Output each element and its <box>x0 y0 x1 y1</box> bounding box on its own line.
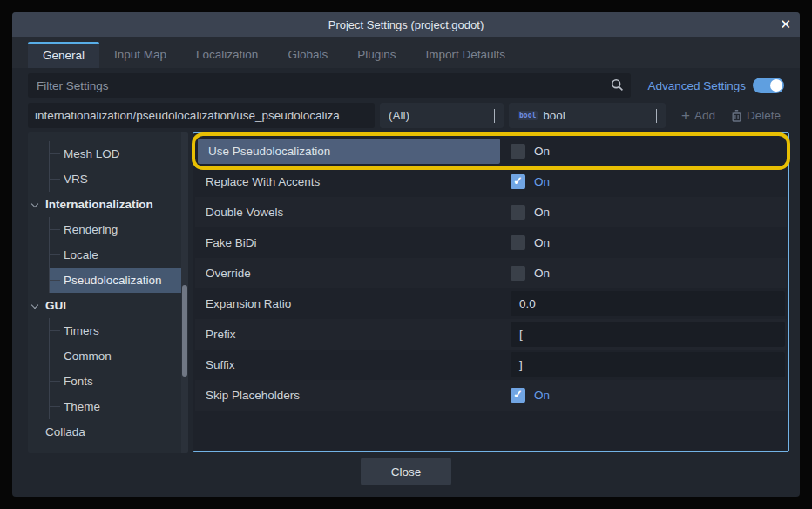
setting-value: On <box>500 258 787 288</box>
setting-row-double-vowels[interactable]: Double Vowels On <box>195 197 787 227</box>
filter-settings-box <box>28 73 631 98</box>
setting-row-fake-bidi[interactable]: Fake BiDi On <box>195 227 787 258</box>
sidebar-item-label: Internationalization <box>45 198 153 211</box>
advanced-settings-wrap: Advanced Settings <box>647 78 784 93</box>
close-button[interactable]: Close <box>361 458 451 485</box>
setting-value: On <box>500 227 787 258</box>
setting-label: Double Vowels <box>195 206 500 219</box>
filter-settings-input[interactable] <box>28 73 631 98</box>
tab-input-map[interactable]: Input Map <box>99 42 181 68</box>
setting-value: [ <box>500 319 787 350</box>
setting-label: Replace With Accents <box>195 175 500 188</box>
sidebar-item-vrs[interactable]: VRS <box>50 166 181 192</box>
tab-localization[interactable]: Localization <box>181 42 273 68</box>
advanced-settings-toggle[interactable] <box>753 78 784 93</box>
chevron-down-icon <box>494 109 495 122</box>
advanced-settings-label: Advanced Settings <box>647 79 746 92</box>
sidebar-item-common[interactable]: Common <box>50 343 181 369</box>
tab-import-defaults[interactable]: Import Defaults <box>410 42 520 68</box>
setting-label: Suffix <box>195 358 500 371</box>
sidebar-scrollbar-thumb[interactable] <box>182 285 187 377</box>
setting-label: Skip Placeholders <box>195 389 500 402</box>
setting-value: ] <box>500 350 787 380</box>
checkbox-unchecked[interactable] <box>511 266 525 281</box>
settings-panel: Use Pseudolocalization On Replace With A… <box>193 132 789 452</box>
setting-row-expansion-ratio[interactable]: Expansion Ratio 0.0 <box>195 288 787 319</box>
add-button[interactable]: + Add <box>681 109 715 122</box>
setting-row-use-pseudolocalization[interactable]: Use Pseudolocalization On <box>195 136 787 166</box>
feature-filter-dropdown[interactable]: (All) <box>380 103 504 128</box>
text-field[interactable]: [ <box>511 322 785 347</box>
sidebar-item-pseudolocalization[interactable]: Pseudolocalization <box>50 268 181 293</box>
checkbox-label: On <box>534 206 550 219</box>
setting-row-prefix[interactable]: Prefix [ <box>195 319 787 350</box>
bool-type-icon: bool <box>518 111 538 120</box>
setting-label: Fake BiDi <box>195 236 500 249</box>
checkbox-label: On <box>534 236 550 249</box>
sidebar-item-fonts[interactable]: Fonts <box>50 369 181 394</box>
chevron-down-icon <box>31 302 38 309</box>
type-filter-value: bool <box>543 109 565 122</box>
sidebar-item-rendering[interactable]: Rendering <box>50 217 181 242</box>
screen: Project Settings (project.godot) ✕ Gener… <box>0 0 812 509</box>
setting-row-replace-with-accents[interactable]: Replace With Accents On <box>195 166 787 197</box>
sidebar-item-mesh-lod[interactable]: Mesh LOD <box>50 141 181 166</box>
tab-general[interactable]: General <box>28 42 99 68</box>
text-field[interactable]: ] <box>511 352 785 377</box>
search-icon <box>611 78 624 92</box>
setting-label: Prefix <box>195 328 500 341</box>
number-field[interactable]: 0.0 <box>511 291 785 316</box>
tab-plugins[interactable]: Plugins <box>342 42 410 68</box>
delete-button[interactable]: Delete <box>731 109 781 122</box>
feature-filter-value: (All) <box>389 109 409 122</box>
checkbox-unchecked[interactable] <box>511 235 525 250</box>
checkbox-checked[interactable] <box>511 388 525 403</box>
setting-label: Override <box>195 267 500 280</box>
checkbox-label: On <box>534 389 550 402</box>
add-button-label: Add <box>694 109 715 122</box>
tree-children-group: Rendering Locale Pseudolocalization <box>49 217 181 293</box>
tree-children-group: Mesh LOD VRS <box>49 141 181 192</box>
tree-children-group: Timers Common Fonts Theme <box>49 318 181 419</box>
tree-items: Mesh LOD VRS Internationalization Render… <box>28 141 181 445</box>
delete-button-label: Delete <box>747 109 781 122</box>
checkbox-unchecked[interactable] <box>511 205 525 220</box>
checkbox-unchecked[interactable] <box>511 144 525 159</box>
property-bar: (All) bool bool + Add <box>28 103 784 128</box>
setting-row-suffix[interactable]: Suffix ] <box>195 350 787 380</box>
sidebar-scrollbar-track[interactable] <box>181 132 188 453</box>
plus-icon: + <box>681 109 690 122</box>
sidebar-item-label: GUI <box>45 299 66 312</box>
setting-label: Expansion Ratio <box>195 297 500 310</box>
sidebar-item-locale[interactable]: Locale <box>50 242 181 268</box>
dialog-title: Project Settings (project.godot) <box>328 18 484 31</box>
setting-value: 0.0 <box>500 288 787 319</box>
filter-row: Advanced Settings <box>28 73 784 98</box>
toggle-knob <box>770 79 782 92</box>
settings-section-tree: Mesh LOD VRS Internationalization Render… <box>28 132 188 453</box>
project-settings-dialog: Project Settings (project.godot) ✕ Gener… <box>12 12 800 497</box>
tab-strip: General Input Map Localization Globals P… <box>12 37 800 68</box>
checkbox-label: On <box>534 175 550 188</box>
checkbox-checked[interactable] <box>511 174 525 189</box>
checkbox-label: On <box>534 267 550 280</box>
setting-row-override[interactable]: Override On <box>195 258 787 288</box>
setting-value: On <box>500 136 787 166</box>
setting-value: On <box>500 197 787 227</box>
setting-value: On <box>500 380 787 411</box>
sidebar-item-internationalization[interactable]: Internationalization <box>28 192 181 217</box>
chevron-down-icon <box>656 109 657 122</box>
sidebar-item-theme[interactable]: Theme <box>50 394 181 419</box>
setting-row-skip-placeholders[interactable]: Skip Placeholders On <box>195 380 787 411</box>
property-path-input[interactable] <box>28 103 375 128</box>
setting-label: Use Pseudolocalization <box>198 139 500 164</box>
type-filter-dropdown[interactable]: bool bool <box>509 103 666 128</box>
checkbox-label: On <box>534 145 550 158</box>
sidebar-item-timers[interactable]: Timers <box>50 318 181 343</box>
sidebar-item-collada[interactable]: Collada <box>28 419 181 445</box>
tab-globals[interactable]: Globals <box>273 42 342 68</box>
chevron-down-icon <box>31 200 38 207</box>
setting-value: On <box>500 166 787 197</box>
sidebar-item-gui[interactable]: GUI <box>28 293 181 318</box>
close-icon[interactable]: ✕ <box>780 12 791 37</box>
